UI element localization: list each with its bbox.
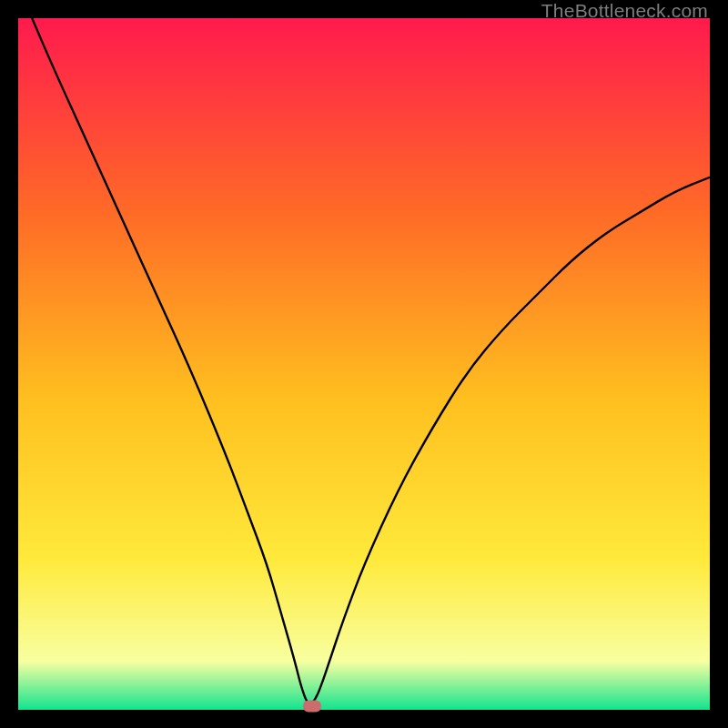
- chart-background: [18, 18, 710, 710]
- chart-frame: [18, 18, 710, 710]
- optimal-marker: [303, 701, 321, 713]
- chart-svg: [18, 18, 710, 710]
